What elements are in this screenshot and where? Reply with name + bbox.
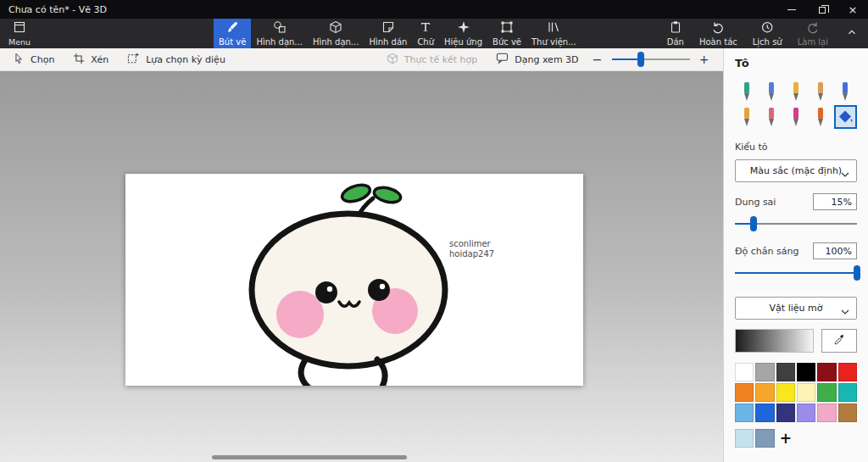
canvas-viewport: sconlimer hoidap247: [0, 71, 723, 462]
brush-pencil[interactable]: [735, 105, 758, 129]
restore-icon: [819, 7, 826, 14]
tab-brushes[interactable]: Bút vẽ: [214, 19, 251, 48]
collapse-ribbon-button[interactable]: [836, 19, 868, 48]
color-swatch[interactable]: [817, 404, 836, 422]
sticker-icon: [381, 20, 395, 36]
tolerance-slider[interactable]: [735, 216, 857, 231]
menu-icon: [13, 20, 26, 36]
zoom-in-button[interactable]: +: [695, 53, 714, 66]
undo-icon: [711, 20, 725, 36]
menu-button[interactable]: Menu: [0, 19, 39, 48]
opacity-slider[interactable]: [735, 265, 857, 281]
drawing-canvas[interactable]: sconlimer hoidap247: [125, 174, 583, 386]
brush-pixel-pen[interactable]: [834, 80, 857, 103]
material-dropdown[interactable]: Vật liệu mờ: [735, 297, 857, 320]
eye-left: [315, 281, 337, 303]
close-icon: ×: [849, 3, 858, 16]
tab-stickers[interactable]: Hình dán: [364, 19, 412, 48]
tab-canvas[interactable]: Bức vẽ: [487, 19, 526, 48]
color-swatch[interactable]: [735, 429, 754, 448]
minimize-button[interactable]: [776, 0, 807, 19]
library-icon: [547, 20, 560, 36]
opacity-input[interactable]: 100%: [813, 242, 857, 259]
horizontal-scrollbar-thumb[interactable]: [212, 455, 407, 459]
brush-watercolor[interactable]: [810, 80, 832, 103]
brush-fill[interactable]: [834, 105, 857, 129]
zoom-slider-handle[interactable]: [637, 52, 644, 67]
close-button[interactable]: ×: [837, 0, 868, 19]
history-icon: [760, 20, 774, 36]
ribbon-actions: Dán Hoàn tác Lịch sử Làm lại: [659, 19, 868, 48]
watermark-text-1: sconlimer: [449, 239, 492, 248]
paint3d-window: Chưa có tên* - Vẽ 3D × Menu Bút vẽ: [0, 0, 868, 462]
tolerance-slider-handle[interactable]: [750, 216, 757, 231]
fill-type-label: Kiểu tô: [735, 142, 857, 153]
tab-effects[interactable]: Hiệu ứng: [439, 19, 487, 48]
panel-title: Tô: [735, 57, 857, 70]
zoom-slider[interactable]: [612, 52, 690, 67]
undo-button[interactable]: Hoàn tác: [692, 19, 745, 48]
magic-select-button[interactable]: Lựa chọn kỳ diệu: [118, 48, 235, 70]
select-button[interactable]: Chọn: [3, 48, 64, 70]
character-head: [252, 214, 445, 366]
color-swatch[interactable]: [755, 404, 774, 422]
color-swatch[interactable]: [797, 383, 815, 402]
paste-button[interactable]: Dán: [659, 19, 692, 48]
color-palette: [735, 363, 857, 422]
brush-spray-can[interactable]: [810, 105, 832, 129]
brush-eraser[interactable]: [760, 105, 782, 129]
zoom-out-button[interactable]: −: [588, 53, 607, 66]
color-swatch[interactable]: [838, 383, 857, 402]
color-swatch[interactable]: [755, 429, 774, 448]
tab-3d-shapes[interactable]: Hình dạn...: [308, 19, 364, 48]
color-swatch[interactable]: [797, 404, 815, 422]
redo-button[interactable]: Làm lại: [790, 19, 836, 48]
color-swatch[interactable]: [755, 383, 774, 402]
color-swatch[interactable]: [838, 404, 857, 422]
minimize-icon: [787, 9, 796, 10]
crop-icon: [73, 53, 85, 67]
titlebar: Chưa có tên* - Vẽ 3D ×: [0, 0, 868, 19]
tab-2d-shapes[interactable]: Hình dạn...: [251, 19, 308, 48]
mixed-reality-button[interactable]: Thực tế kết hợp: [377, 48, 487, 70]
color-swatch[interactable]: [776, 404, 795, 422]
horizontal-scrollbar[interactable]: [0, 454, 723, 461]
color-swatch[interactable]: [776, 363, 795, 381]
brush-oil-brush[interactable]: [784, 80, 807, 103]
crop-button[interactable]: Xén: [64, 48, 118, 70]
color-swatch[interactable]: [735, 383, 754, 402]
color-swatch[interactable]: [735, 404, 754, 422]
eyedropper-button[interactable]: [821, 329, 857, 353]
tab-text[interactable]: Chữ: [412, 19, 439, 48]
brush-marker[interactable]: [735, 80, 758, 103]
cursor-icon: [13, 53, 25, 67]
canvas-column: Chọn Xén Lựa chọn kỳ diệu: [0, 48, 723, 462]
tolerance-label: Dung sai: [735, 197, 776, 208]
mixed-reality-icon: [387, 53, 398, 67]
brush-crayon[interactable]: [784, 105, 807, 129]
effects-icon: [457, 20, 470, 36]
window-title: Chưa có tên* - Vẽ 3D: [0, 4, 107, 15]
add-color-button[interactable]: +: [776, 429, 795, 448]
current-color-preview[interactable]: [735, 329, 814, 353]
color-swatch[interactable]: [776, 383, 795, 402]
restore-button[interactable]: [807, 0, 837, 19]
menu-label: Menu: [8, 37, 31, 47]
color-swatch[interactable]: [838, 363, 857, 381]
color-swatch[interactable]: [797, 363, 815, 381]
tolerance-input[interactable]: 15%: [813, 193, 857, 210]
history-button[interactable]: Lịch sử: [745, 19, 790, 48]
opacity-slider-handle[interactable]: [854, 265, 860, 281]
color-swatch[interactable]: [817, 363, 836, 381]
color-swatch[interactable]: [755, 363, 774, 381]
color-swatch[interactable]: [735, 363, 754, 381]
tab-library[interactable]: Thư viện...: [526, 19, 581, 48]
view-3d-button[interactable]: Dạng xem 3D: [487, 48, 587, 70]
fill-type-dropdown[interactable]: Màu sắc (mặc định): [735, 159, 857, 182]
brush-calligraphy-pen[interactable]: [760, 80, 782, 103]
character-drawing: sconlimer hoidap247: [125, 174, 583, 386]
brush-icon: [225, 20, 239, 36]
main-area: Chọn Xén Lựa chọn kỳ diệu: [0, 48, 868, 462]
secondary-toolbar: Chọn Xén Lựa chọn kỳ diệu: [0, 48, 723, 71]
color-swatch[interactable]: [817, 383, 836, 402]
